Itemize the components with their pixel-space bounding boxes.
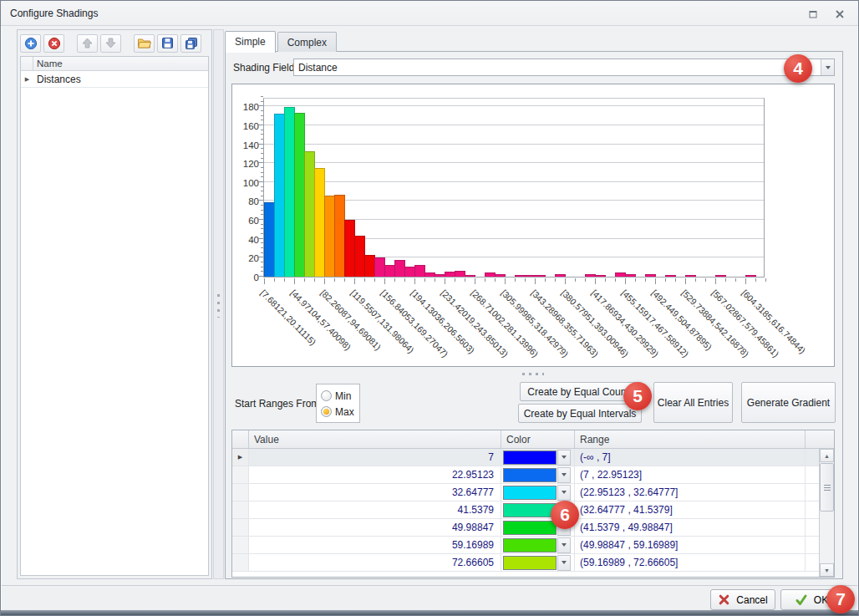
row-expand-icon[interactable]: ▶ [21,76,33,83]
move-down-button[interactable] [100,34,121,53]
histogram-bar [284,107,295,277]
y-axis-label: 140 [230,140,259,150]
shading-field-combobox[interactable]: Distance [293,59,835,76]
cancel-x-icon [718,593,730,606]
histogram-bar [525,275,536,277]
table-row[interactable]: 49.98847(41.5379 , 49.98847] [232,519,834,537]
color-swatch [503,486,557,500]
gridline [264,181,764,182]
color-dropdown-button[interactable] [557,467,571,483]
x-axis-tick [404,278,405,282]
restore-button[interactable] [805,7,821,21]
y-axis-tick [261,110,263,111]
open-button[interactable] [134,34,155,53]
chart-splitter-grip-icon[interactable] [522,373,544,375]
clear-all-entries-button[interactable]: Clear All Entries [653,382,733,423]
gridline [264,144,764,145]
histogram-bar [645,274,656,277]
add-circle-icon [24,37,38,50]
y-axis-tick [261,115,263,116]
radio-option-min[interactable]: Min [321,388,359,404]
value-column-header[interactable]: Value [249,430,501,448]
titlebar[interactable]: Configure Shadings [1,1,858,26]
save-all-button[interactable] [180,34,201,53]
radio-label: Max [335,406,354,418]
y-axis-tick [261,134,263,135]
table-row[interactable]: 32.64777(22.95123 , 32.64777] [232,484,834,501]
value-cell[interactable]: 41.5379 [249,501,501,518]
delete-shading-button[interactable] [43,34,64,53]
chevron-down-icon [562,543,567,547]
generate-gradient-button[interactable]: Generate Gradient [741,382,836,423]
color-dropdown-button[interactable] [557,485,571,501]
value-cell[interactable]: 72.66605 [249,554,501,571]
table-row[interactable]: 41.5379(32.64777 , 41.5379] [232,501,834,519]
cancel-label: Cancel [736,594,767,606]
close-button[interactable] [831,7,848,21]
color-cell[interactable] [501,537,575,553]
scroll-down-button[interactable]: ▼ [820,563,834,577]
color-cell[interactable] [501,449,575,466]
add-shading-button[interactable] [20,34,41,53]
table-row[interactable]: 59.16989(49.98847 , 59.16989] [232,537,834,554]
list-item[interactable]: ▶Distances [21,71,208,88]
scrollbar-thumb[interactable] [820,463,834,512]
save-button[interactable] [157,34,178,53]
callout-badge-5: 5 [623,382,652,410]
x-axis-tick [765,278,766,282]
value-cell[interactable]: 22.95123 [249,466,501,483]
create-equal-intervals-button[interactable]: Create by Equal Intervals [518,404,642,423]
scroll-up-button[interactable]: ▲ [820,449,834,462]
y-axis-tick [258,105,263,106]
table-row[interactable]: 22.95123(7 , 22.95123] [232,466,834,484]
move-up-button[interactable] [77,34,98,53]
configure-shadings-dialog: Configure Shadings [0,0,859,616]
shading-editor-panel: Simple Complex Shading Field: Distance 0… [225,29,843,579]
x-axis-tick [675,278,676,282]
x-axis-tick [665,278,666,282]
row-indicator: ▶ [232,449,249,466]
shading-field-dropdown-button[interactable] [821,59,834,75]
restore-icon [807,8,819,20]
simple-tab-content: Shading Field: Distance 0204060801001201… [225,51,843,579]
color-dropdown-button[interactable] [557,537,571,553]
indicator-column-header [232,430,249,448]
value-cell[interactable]: 7 [249,449,501,466]
value-cell[interactable]: 32.64777 [249,484,501,501]
tab-simple[interactable]: Simple [225,31,276,53]
save-icon [161,37,174,49]
list-column-header[interactable]: Name [21,57,208,71]
callout-badge-6: 6 [551,501,579,529]
histogram-bar [394,260,405,277]
color-dropdown-button[interactable] [557,450,571,466]
x-axis-tick [284,278,285,282]
scrollbar-column-header [806,430,834,448]
tab-complex[interactable]: Complex [277,32,337,52]
color-cell[interactable] [501,466,575,483]
color-cell[interactable] [501,554,575,571]
histogram-bar [334,195,345,277]
color-dropdown-button[interactable] [557,555,571,571]
value-cell[interactable]: 49.98847 [249,519,501,536]
y-axis-tick [261,205,263,206]
shadings-list-panel: Name ▶Distances [17,29,212,579]
x-axis-tick [475,278,475,284]
radio-option-max[interactable]: Max [321,404,359,420]
color-column-header[interactable]: Color [501,430,575,448]
value-cell[interactable]: 59.16989 [249,537,501,553]
color-swatch [503,538,557,552]
x-axis-tick [645,278,646,282]
x-axis-tick [394,278,395,282]
y-axis-tick [261,191,263,191]
table-scrollbar[interactable]: ▲ ▼ [819,449,834,577]
color-cell[interactable] [501,484,575,501]
panel-splitter[interactable] [213,29,224,579]
table-row[interactable]: ▶7(-∞ , 7] [232,449,834,466]
range-cell: (7 , 22.95123] [575,466,806,483]
range-column-header[interactable]: Range [575,430,806,448]
shading-field-value: Distance [294,62,821,74]
chevron-down-icon [562,473,567,476]
cancel-button[interactable]: Cancel [710,589,775,610]
table-row[interactable]: 72.66605(59.16989 , 72.66605] [232,554,834,572]
x-axis-tick [445,278,445,284]
